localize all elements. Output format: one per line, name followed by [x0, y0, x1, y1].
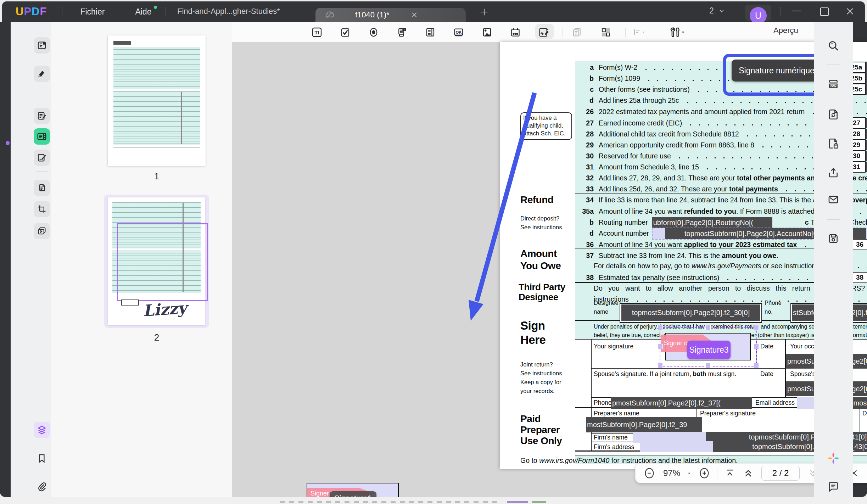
push-button-tool-icon[interactable]: OK	[452, 26, 465, 39]
text-field-tool-icon[interactable]: TI	[311, 26, 323, 39]
table-line	[785, 340, 786, 398]
checkbox-tool-icon[interactable]	[339, 26, 352, 39]
zoom-dropdown-icon[interactable]	[687, 471, 692, 476]
convert-icon[interactable]	[825, 106, 841, 123]
preview-toggle-label: Aperçu	[773, 26, 798, 35]
form-field-overlay[interactable]: ubform[0].Page2[(	[866, 162, 867, 172]
digital-signature-tool-icon[interactable]	[537, 26, 550, 39]
menu-aide-label: Aide	[135, 7, 151, 16]
menu-fichier[interactable]: Fichier	[80, 7, 105, 17]
sidebar-organize-pages-button[interactable]	[34, 180, 50, 196]
margin-note: Keep a copy for	[520, 379, 561, 386]
tools-dropdown-icon[interactable]	[667, 26, 687, 39]
share-icon[interactable]	[825, 164, 841, 181]
align-tool-icon[interactable]	[633, 26, 645, 39]
date-label: Date	[862, 410, 867, 417]
tab-active-document[interactable]: f1040 (1)*	[315, 8, 466, 22]
sidebar-comment-button[interactable]	[34, 66, 50, 82]
form-line-text: total payments	[729, 185, 778, 193]
updf-logo[interactable]: UPDF	[16, 5, 47, 18]
form-field-overlay[interactable]: ubform[0].Page2[0].RoutingNo[(	[652, 217, 772, 228]
form-line-text: Add lines 25a through 25c	[599, 96, 679, 105]
thumbnail-page-2-selected[interactable]: Lizzy	[104, 195, 209, 328]
sidebar-crop-button[interactable]	[34, 201, 50, 217]
updf-app-window: UPDF Fichier Aide Find-and-Appl...gher-S…	[0, 0, 867, 504]
email-label: Email address	[755, 399, 795, 407]
selection-handle[interactable]	[658, 325, 663, 330]
form-field-overlay[interactable]: ubform[0].Page2[(	[866, 140, 867, 150]
selection-handle[interactable]	[705, 325, 711, 330]
image-field-tool-icon[interactable]	[481, 26, 493, 39]
form-line-number: 31	[575, 163, 599, 171]
sidebar-thumbnails-button[interactable]	[34, 422, 50, 438]
form-field-overlay[interactable]: mostSubform[0].Page2[0].f2_39	[586, 417, 702, 432]
maximize-button[interactable]	[820, 7, 829, 16]
sidebar-edit-button[interactable]	[34, 108, 50, 124]
form-field-overlay[interactable]: ubform[0].Page2[(	[866, 84, 867, 95]
selection-handle[interactable]	[658, 363, 663, 368]
dropdown-tool-icon[interactable]	[396, 26, 408, 39]
sidebar-forms-button[interactable]	[34, 128, 50, 145]
form-field-overlay[interactable]: topmostSubform[0].Page2[0].f2_30[0]	[621, 304, 760, 321]
tab-close-icon[interactable]	[411, 11, 418, 18]
form-field-overlay[interactable]: ubform[0].Page2[(	[866, 73, 867, 84]
form-field-overlay[interactable]: ubform[0].Page2[(	[866, 62, 867, 73]
field-label: Designee's	[594, 299, 622, 306]
selection-handle[interactable]	[705, 363, 711, 368]
form-line-number: 35a	[575, 207, 599, 215]
sidebar-attachment-button[interactable]	[34, 478, 50, 495]
form-line-number: b	[575, 74, 599, 83]
your-signature-label: Your signature	[594, 343, 633, 350]
menu-aide[interactable]: Aide	[135, 7, 151, 17]
form-field-overlay[interactable]: ubform[0].Page2[	[866, 118, 867, 128]
first-page-button[interactable]	[725, 468, 735, 478]
form-line-text: Estimated tax penalty (see instructions)	[599, 274, 719, 282]
field-label: name	[594, 308, 608, 315]
selection-handle[interactable]	[754, 363, 759, 368]
zoom-out-button[interactable]	[643, 467, 655, 479]
form-field-overlay[interactable]: pmostSubform[0].Page2[0].f2_37[(	[611, 397, 752, 409]
selection-handle[interactable]	[754, 325, 759, 330]
previous-page-button[interactable]	[743, 468, 754, 478]
radio-button-tool-icon[interactable]	[367, 26, 380, 39]
close-window-button[interactable]	[846, 7, 854, 16]
selection-handle[interactable]	[754, 344, 759, 349]
form-line-text: Additional child tax credit from Schedul…	[599, 130, 739, 138]
form-line-text: Form(s) W-2	[599, 63, 637, 72]
arrange-fields-tool-icon[interactable]	[599, 26, 612, 39]
tab-inactive-document[interactable]: Find-and-Appl...gher-Studies*	[177, 7, 305, 16]
page-indicator[interactable]: 2 / 2	[761, 466, 800, 481]
tab-title: f1040 (1)*	[355, 10, 390, 19]
zoombar-divider	[717, 469, 717, 478]
zoom-in-button[interactable]	[698, 467, 710, 479]
new-tab-icon[interactable]	[479, 7, 489, 17]
section-sign-here: Here	[520, 333, 546, 347]
search-icon[interactable]	[825, 38, 841, 54]
sidebar-bookmark-button[interactable]	[34, 450, 50, 466]
sidebar-sign-button[interactable]	[34, 150, 50, 166]
form-callout: If you have aqualifying child,attach Sch…	[520, 112, 572, 140]
ai-assistant-icon[interactable]	[825, 450, 841, 466]
thumbnail-viewport-rect[interactable]	[117, 223, 208, 301]
thumbnail-page-1[interactable]	[108, 35, 206, 166]
listbox-tool-icon[interactable]	[424, 26, 437, 39]
sidebar-slides-button[interactable]	[34, 223, 50, 239]
chevron-down-icon	[718, 7, 725, 15]
protect-icon[interactable]	[825, 135, 841, 152]
email-icon[interactable]	[825, 191, 841, 208]
save-icon[interactable]	[825, 230, 841, 247]
avatar[interactable]: U	[750, 7, 767, 24]
sidebar-reader-button[interactable]	[34, 37, 50, 54]
ocr-icon[interactable]: OCR	[825, 76, 841, 92]
form-field-overlay[interactable]: ubform[0].Page2[	[866, 129, 867, 139]
comments-panel-icon[interactable]	[825, 478, 841, 495]
selection-handle[interactable]	[658, 344, 663, 349]
tab-count-dropdown[interactable]: 2	[709, 6, 725, 16]
date-field-tool-icon[interactable]	[509, 26, 522, 39]
section-amount-you-owe: Amount	[520, 248, 557, 259]
minimize-button[interactable]	[792, 11, 801, 11]
form-line-number: 38	[575, 274, 599, 282]
pdf-page: If you have aqualifying child,attach Sch…	[500, 42, 867, 469]
form-field-overlay[interactable]: ubform[0].Page2[(	[866, 151, 867, 161]
duplicate-fields-tool-icon[interactable]	[571, 26, 583, 39]
